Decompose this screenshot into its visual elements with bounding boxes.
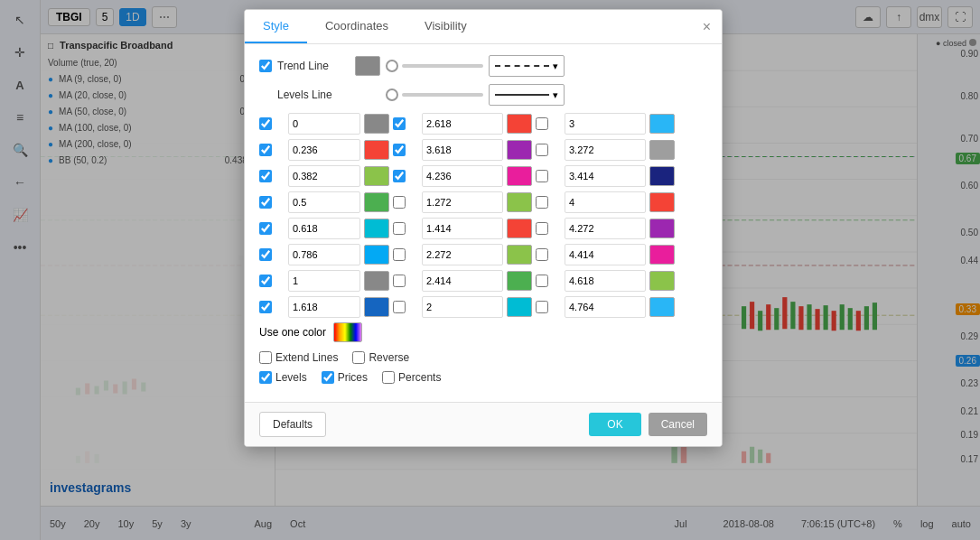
fib-col1-cb-5[interactable]	[259, 248, 272, 261]
fib-col2-color-2[interactable]	[507, 166, 532, 186]
fib-col3-cb-4[interactable]	[536, 222, 548, 235]
fib-col2-color-5[interactable]	[507, 245, 532, 265]
fib-row	[259, 165, 707, 187]
fib-col2-cb-7[interactable]	[393, 301, 406, 313]
percents-checkbox[interactable]	[382, 371, 395, 384]
fib-col2-val-5[interactable]	[422, 244, 503, 265]
trend-line-style[interactable]: ▾	[489, 55, 565, 77]
fib-col1-cb-2[interactable]	[259, 170, 272, 182]
fib-col2-cb-2[interactable]	[393, 170, 406, 182]
fib-col1-val-3[interactable]	[288, 191, 360, 213]
fib-rows-container	[259, 113, 707, 318]
fib-col3-color-6[interactable]	[649, 271, 675, 291]
fib-col3-color-7[interactable]	[649, 297, 675, 317]
extend-lines-checkbox[interactable]	[259, 351, 272, 364]
fib-col3-val-2[interactable]	[565, 165, 646, 187]
fib-col1-color-3[interactable]	[364, 192, 389, 212]
levels-option: Levels	[259, 371, 307, 384]
fib-col1-cb-6[interactable]	[259, 275, 272, 287]
fib-col3-cb-3[interactable]	[536, 196, 548, 209]
prices-checkbox[interactable]	[322, 371, 334, 384]
fib-col2-cb-5[interactable]	[393, 248, 406, 261]
fib-col3-val-4[interactable]	[565, 218, 646, 239]
fib-col3-cb-7[interactable]	[536, 301, 548, 313]
fib-col3-val-3[interactable]	[565, 191, 646, 213]
fib-col1-val-2[interactable]	[288, 165, 360, 187]
fib-col2-color-4[interactable]	[507, 219, 532, 238]
percents-option: Percents	[382, 371, 441, 384]
fib-col2-color-7[interactable]	[507, 297, 532, 317]
fib-col3-color-4[interactable]	[649, 219, 675, 238]
fib-col3-color-3[interactable]	[649, 192, 675, 212]
trend-line-color[interactable]	[355, 56, 380, 76]
fib-row	[259, 139, 707, 161]
fib-col1-val-7[interactable]	[288, 296, 360, 318]
fib-col2-cb-0[interactable]	[393, 117, 406, 130]
fib-col3-color-0[interactable]	[649, 114, 675, 134]
fib-col3-color-2[interactable]	[649, 166, 675, 186]
fib-col1-color-5[interactable]	[364, 245, 389, 265]
fib-col3-val-1[interactable]	[565, 139, 646, 161]
fib-col2-val-3[interactable]	[422, 191, 503, 213]
fib-col1-cb-3[interactable]	[259, 196, 272, 209]
fib-col2-val-6[interactable]	[422, 270, 503, 292]
fib-col2-val-0[interactable]	[422, 113, 503, 135]
fib-col1-color-4[interactable]	[364, 219, 389, 238]
fib-col3-val-6[interactable]	[565, 270, 646, 292]
fib-col1-val-5[interactable]	[288, 244, 360, 265]
fib-col1-cb-1[interactable]	[259, 144, 272, 156]
fib-col2-val-2[interactable]	[422, 165, 503, 187]
dialog-close-btn[interactable]: ×	[692, 10, 722, 43]
reverse-checkbox[interactable]	[352, 351, 365, 364]
trend-line-slider[interactable]	[386, 60, 483, 72]
fib-row	[259, 191, 707, 213]
fib-col3-val-0[interactable]	[565, 113, 646, 135]
fib-col3-color-1[interactable]	[649, 140, 675, 160]
fib-col1-color-0[interactable]	[364, 114, 389, 134]
fib-col2-cb-3[interactable]	[393, 196, 406, 209]
fib-col3-cb-6[interactable]	[536, 275, 548, 287]
defaults-button[interactable]: Defaults	[259, 412, 326, 437]
fib-row	[259, 218, 707, 239]
fib-col1-color-2[interactable]	[364, 166, 389, 186]
fib-col1-cb-4[interactable]	[259, 222, 272, 235]
fib-col1-color-1[interactable]	[364, 140, 389, 160]
fib-col3-cb-0[interactable]	[536, 117, 548, 130]
fib-col1-val-1[interactable]	[288, 139, 360, 161]
fib-col3-cb-1[interactable]	[536, 144, 548, 156]
levels-line-slider[interactable]	[386, 88, 483, 101]
trend-line-checkbox[interactable]	[259, 60, 272, 72]
fib-col2-val-4[interactable]	[422, 218, 503, 239]
tab-coordinates[interactable]: Coordinates	[307, 10, 406, 43]
use-one-color-label: Use one color	[259, 326, 326, 339]
fib-col3-cb-2[interactable]	[536, 170, 548, 182]
fib-col1-cb-0[interactable]	[259, 117, 272, 130]
fib-col3-val-5[interactable]	[565, 244, 646, 265]
fib-col1-color-6[interactable]	[364, 271, 389, 291]
fib-col3-val-7[interactable]	[565, 296, 646, 318]
fib-col2-cb-1[interactable]	[393, 144, 406, 156]
fib-col3-color-5[interactable]	[649, 245, 675, 265]
fib-col1-cb-7[interactable]	[259, 301, 272, 313]
cancel-button[interactable]: Cancel	[649, 413, 707, 436]
fib-col2-color-0[interactable]	[507, 114, 532, 134]
fib-col2-cb-6[interactable]	[393, 275, 406, 287]
tab-visibility[interactable]: Visibility	[406, 10, 485, 43]
tab-style[interactable]: Style	[245, 10, 307, 43]
fib-col2-val-7[interactable]	[422, 296, 503, 318]
fib-col3-cb-5[interactable]	[536, 248, 548, 261]
fib-col2-val-1[interactable]	[422, 139, 503, 161]
levels-line-style[interactable]: ▾	[489, 84, 565, 106]
fib-col2-color-3[interactable]	[507, 192, 532, 212]
fib-col2-color-1[interactable]	[507, 140, 532, 160]
rainbow-swatch[interactable]	[333, 322, 362, 342]
fib-col1-color-7[interactable]	[364, 297, 389, 317]
levels-checkbox[interactable]	[259, 371, 272, 384]
reverse-option: Reverse	[352, 351, 409, 364]
fib-col1-val-4[interactable]	[288, 218, 360, 239]
fib-col2-color-6[interactable]	[507, 271, 532, 291]
ok-button[interactable]: OK	[589, 413, 640, 436]
fib-col1-val-6[interactable]	[288, 270, 360, 292]
fib-col1-val-0[interactable]	[288, 113, 360, 135]
fib-col2-cb-4[interactable]	[393, 222, 406, 235]
